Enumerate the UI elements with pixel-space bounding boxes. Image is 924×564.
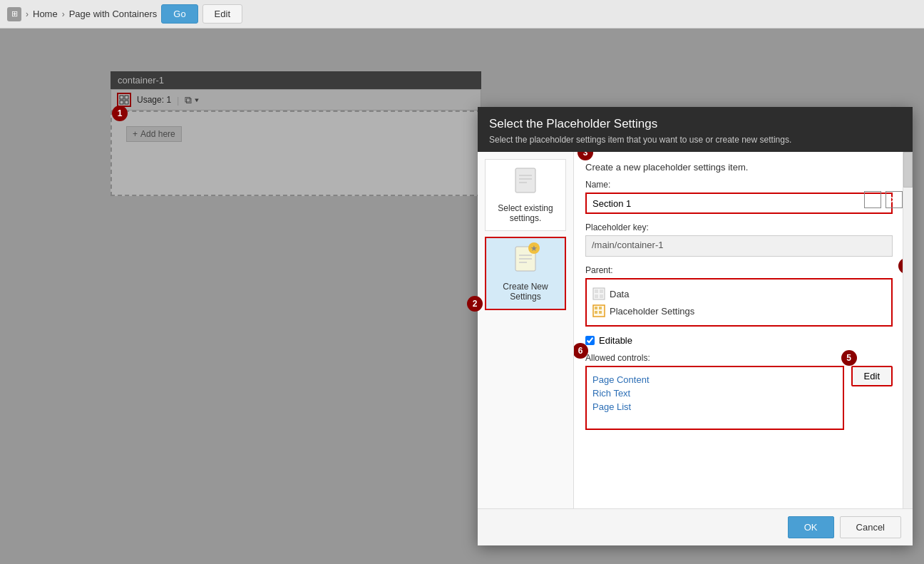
- step-badge-2: 2: [467, 296, 483, 312]
- svg-rect-16: [600, 294, 603, 298]
- parent-placeholder-item[interactable]: Placeholder Settings: [592, 302, 885, 319]
- step-badge-3: 3: [578, 152, 593, 160]
- dialog-header: Select the Placeholder Settings Select t…: [478, 107, 913, 152]
- breadcrumb-arrow-2: ›: [62, 9, 65, 19]
- svg-rect-21: [599, 311, 602, 314]
- placeholder-key-form-group: Placeholder key: /main/container-1: [585, 222, 893, 257]
- allowed-controls-group: Allowed controls: Page Content Rich Text…: [585, 353, 844, 430]
- editable-row: Editable: [585, 335, 893, 346]
- edit-button-allowed[interactable]: Edit: [851, 366, 893, 386]
- parent-form-group: 4 Parent:: [585, 265, 893, 327]
- dialog-footer: OK Cancel: [478, 508, 913, 545]
- editable-checkbox[interactable]: [585, 336, 595, 345]
- svg-rect-14: [600, 289, 603, 293]
- go-button[interactable]: Go: [161, 4, 197, 24]
- dialog: Select the Placeholder Settings Select t…: [478, 107, 913, 545]
- ok-button[interactable]: OK: [788, 516, 834, 538]
- left-panel: Select existing settings. ★ Create New S…: [478, 152, 574, 508]
- allowed-controls-row: 6 Allowed controls: Page Content Rich Te…: [585, 353, 893, 430]
- edit-button[interactable]: Edit: [202, 4, 242, 24]
- name-label: Name:: [585, 180, 893, 190]
- app-icon: ⊞: [7, 7, 21, 21]
- parent-placeholder-label: Placeholder Settings: [610, 306, 694, 317]
- svg-rect-15: [595, 294, 598, 298]
- breadcrumb-page[interactable]: Page with Containers: [69, 9, 158, 19]
- scrollbar[interactable]: [903, 152, 913, 508]
- parent-data-item[interactable]: Data: [592, 285, 885, 302]
- topbar: ⊞ › Home › Page with Containers Go Edit: [0, 0, 924, 29]
- control-page-list[interactable]: Page List: [592, 400, 837, 414]
- svg-rect-20: [595, 311, 597, 314]
- select-existing-label: Select existing settings.: [493, 203, 558, 223]
- allowed-controls-box: Page Content Rich Text Page List: [585, 366, 844, 430]
- placeholder-key-value: /main/container-1: [585, 235, 893, 257]
- svg-rect-4: [515, 168, 535, 193]
- editable-label: Editable: [599, 335, 632, 346]
- edit-controls-group: 5 Edit: [851, 353, 893, 386]
- dialog-maximize-button[interactable]: □: [864, 191, 881, 208]
- svg-rect-13: [595, 289, 598, 293]
- select-existing-item[interactable]: Select existing settings.: [485, 159, 566, 231]
- step-badge-1: 1: [112, 106, 128, 121]
- scrollbar-thumb[interactable]: [903, 152, 913, 188]
- breadcrumb-home[interactable]: Home: [33, 9, 58, 19]
- dialog-subtitle: Select the placeholder settings item tha…: [489, 135, 901, 145]
- name-input[interactable]: [585, 193, 893, 214]
- dialog-title: Select the Placeholder Settings: [489, 117, 901, 131]
- main-area: 1 container-1 Usage: 1 | ⧉ ▾: [0, 29, 924, 564]
- placeholder-key-label: Placeholder key:: [585, 222, 893, 232]
- right-panel: 3 Create a new placeholder settings item…: [574, 152, 913, 508]
- parent-label: Parent:: [585, 265, 893, 275]
- document-icon: [514, 167, 537, 199]
- breadcrumb-arrow-1: ›: [26, 9, 29, 19]
- step-badge-5: 5: [841, 350, 857, 366]
- svg-rect-19: [599, 307, 602, 309]
- placeholder-settings-icon: [592, 304, 605, 317]
- parent-box: Data: [585, 278, 893, 327]
- dialog-close-button[interactable]: ✕: [885, 191, 903, 208]
- parent-data-label: Data: [610, 289, 629, 299]
- name-form-group: Name:: [585, 180, 893, 214]
- data-icon: [592, 287, 605, 300]
- control-page-content[interactable]: Page Content: [592, 373, 837, 386]
- control-rich-text[interactable]: Rich Text: [592, 386, 837, 400]
- cancel-button[interactable]: Cancel: [840, 516, 901, 538]
- allowed-controls-label: Allowed controls:: [585, 353, 844, 363]
- create-new-item[interactable]: ★ Create New Settings: [485, 237, 566, 310]
- dialog-body: Select existing settings. ★ Create New S…: [478, 152, 913, 508]
- create-new-description: Create a new placeholder settings item.: [585, 162, 893, 173]
- create-new-icon: ★: [514, 245, 537, 277]
- svg-rect-18: [595, 307, 597, 309]
- create-new-label: Create New Settings: [493, 282, 558, 302]
